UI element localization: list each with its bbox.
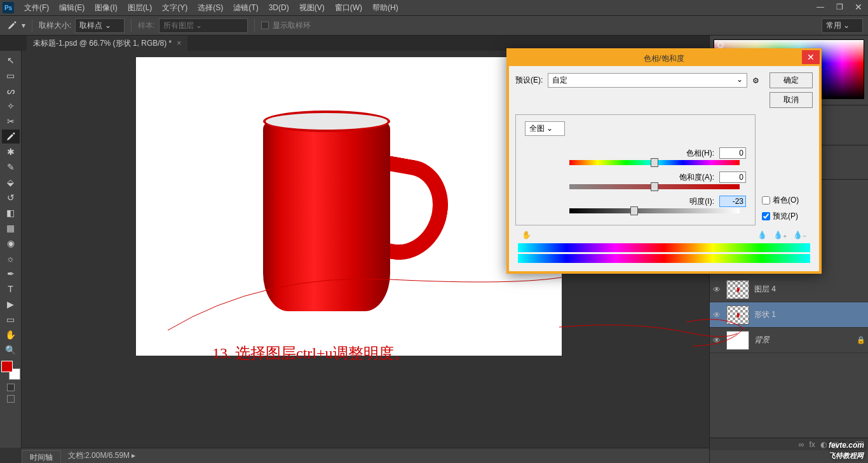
brush-tool[interactable]: ✎ <box>2 160 20 174</box>
eye-icon[interactable]: 👁 <box>712 311 721 319</box>
preset-select[interactable]: 自定⌄ <box>548 73 747 88</box>
close-icon[interactable]: × <box>177 39 181 48</box>
layer-name: 形状 1 <box>754 309 776 320</box>
saturation-input[interactable] <box>719 171 746 183</box>
preview-checkbox[interactable]: 预览(P) <box>762 211 813 222</box>
sample-select[interactable]: 所有图层 ⌄ <box>159 18 248 33</box>
lightness-label: 明度(I): <box>638 196 714 207</box>
document-tab-title: 未标题-1.psd @ 66.7% (形状 1, RGB/8) * <box>33 38 172 49</box>
crop-tool[interactable]: ✂ <box>2 114 20 128</box>
lasso-tool[interactable]: ᔕ <box>2 84 20 98</box>
menu-help[interactable]: 帮助(H) <box>367 3 403 13</box>
document-canvas[interactable]: 13. 选择图层ctrl+u调整明度。 <box>136 57 562 356</box>
workspace-select[interactable]: 常用 ⌄ <box>822 18 863 33</box>
gear-icon[interactable]: ⚙ <box>752 76 759 85</box>
hand-tool[interactable]: ✋ <box>2 328 20 342</box>
hue-label: 色相(H): <box>638 148 714 159</box>
hue-slider[interactable] <box>569 160 740 165</box>
type-tool[interactable]: T <box>2 282 20 296</box>
document-tab[interactable]: 未标题-1.psd @ 66.7% (形状 1, RGB/8) * × <box>27 36 187 51</box>
sample-size-select[interactable]: 取样点 ⌄ <box>75 18 124 33</box>
layer-row[interactable]: 👁 ◗ 图层 4 <box>710 277 868 302</box>
hue-range-strip <box>515 243 813 263</box>
hue-saturation-dialog: 色相/饱和度 ✕ 预设(E): 自定⌄ ⚙ 确定 取消 全图 ⌄ 色相(H): <box>506 48 822 274</box>
lock-icon: 🔒 <box>857 336 865 344</box>
link-icon[interactable]: ∞ <box>799 440 804 449</box>
eyedropper-tool[interactable] <box>2 130 20 144</box>
layer-thumb <box>726 331 749 350</box>
tutorial-annotation: 13. 选择图层ctrl+u调整明度。 <box>212 343 409 363</box>
menu-edit[interactable]: 编辑(E) <box>54 3 90 13</box>
history-brush-tool[interactable]: ↺ <box>2 191 20 205</box>
window-minimize[interactable]: — <box>811 0 830 14</box>
stamp-tool[interactable]: ⬙ <box>2 175 20 189</box>
lightness-slider[interactable] <box>569 208 740 213</box>
blur-tool[interactable]: ◉ <box>2 236 20 250</box>
dialog-titlebar[interactable]: 色相/饱和度 ✕ <box>509 51 819 66</box>
menu-file[interactable]: 文件(F) <box>19 3 54 13</box>
color-swatches[interactable] <box>1 361 20 380</box>
menu-view[interactable]: 视图(V) <box>294 3 330 13</box>
ok-button[interactable]: 确定 <box>770 72 813 88</box>
menu-3d[interactable]: 3D(D) <box>264 3 294 12</box>
mug-artwork <box>263 121 390 311</box>
timeline-tab[interactable]: 时间轴 <box>22 450 61 463</box>
layer-name: 图层 4 <box>754 284 776 295</box>
layer-thumb: ◗ <box>726 280 749 299</box>
doc-size-label: 文档: <box>68 451 85 460</box>
pen-tool[interactable]: ✒ <box>2 267 20 281</box>
tools-panel: ↖ ▭ ᔕ ✧ ✂ ✱ ✎ ⬙ ↺ ◧ ▦ ◉ ☼ ✒ T ▶ ▭ ✋ 🔍 <box>0 51 22 448</box>
menu-bar: Ps 文件(F) 编辑(E) 图像(I) 图层(L) 文字(Y) 选择(S) 滤… <box>0 0 868 15</box>
move-tool[interactable]: ↖ <box>2 53 20 67</box>
menu-select[interactable]: 选择(S) <box>193 3 228 13</box>
menu-type[interactable]: 文字(Y) <box>157 3 193 13</box>
window-close[interactable]: ✕ <box>849 0 868 14</box>
gradient-tool[interactable]: ▦ <box>2 221 20 235</box>
options-bar: ▾ 取样大小: 取样点 ⌄ 样本: 所有图层 ⌄ 显示取样环 常用 ⌄ <box>0 15 868 36</box>
eraser-tool[interactable]: ◧ <box>2 206 20 220</box>
screenmode-icon[interactable] <box>7 395 15 403</box>
saturation-slider[interactable] <box>569 184 740 189</box>
menu-window[interactable]: 窗口(W) <box>330 3 367 13</box>
quickmask-icon[interactable] <box>7 384 15 391</box>
zoom-tool[interactable]: 🔍 <box>2 343 20 357</box>
eye-icon[interactable]: 👁 <box>712 336 721 345</box>
lightness-input[interactable] <box>719 196 746 207</box>
watermark: fevte.com 飞特教程网 <box>829 438 864 460</box>
scope-select[interactable]: 全图 ⌄ <box>525 121 565 136</box>
show-ring-checkbox[interactable] <box>261 22 269 29</box>
saturation-label: 饱和度(A): <box>638 172 714 183</box>
hand-icon[interactable]: ✋ <box>522 231 531 239</box>
menu-layer[interactable]: 图层(L) <box>123 3 158 13</box>
eyedropper-minus-icon[interactable]: 💧₋ <box>793 231 806 239</box>
dodge-tool[interactable]: ☼ <box>2 252 20 265</box>
marquee-tool[interactable]: ▭ <box>2 69 20 83</box>
hue-input[interactable] <box>719 147 746 159</box>
foreground-color[interactable] <box>1 361 13 372</box>
dialog-title: 色相/饱和度 <box>644 53 684 64</box>
cancel-button[interactable]: 取消 <box>770 92 813 108</box>
dialog-close-button[interactable]: ✕ <box>802 50 820 64</box>
preset-label: 预设(E): <box>515 75 543 86</box>
layer-row[interactable]: 👁 背景 🔒 <box>710 328 868 353</box>
show-ring-label: 显示取样环 <box>273 20 311 31</box>
layer-name: 背景 <box>754 335 770 346</box>
shape-tool[interactable]: ▭ <box>2 312 20 326</box>
eye-icon[interactable]: 👁 <box>712 285 721 294</box>
eyedropper-plus-icon[interactable]: 💧₊ <box>773 231 787 239</box>
status-bar: 66.67% 文档:2.00M/6.59M ▸ <box>22 448 709 463</box>
layers-panel: 👁 ◗ 图层 4 👁 ◗ 形状 1 👁 背景 🔒 ∞ fx ◐ ▣ □ ⌫ <box>710 277 868 450</box>
magic-wand-tool[interactable]: ✧ <box>2 99 20 113</box>
mask-icon[interactable]: ◐ <box>820 440 827 449</box>
sample-size-label: 取样大小: <box>39 20 71 31</box>
eyedropper-icon <box>6 20 18 31</box>
colorize-checkbox[interactable]: 着色(O) <box>762 195 813 206</box>
fx-icon[interactable]: fx <box>809 440 815 449</box>
window-maximize[interactable]: ❐ <box>830 0 849 14</box>
spot-heal-tool[interactable]: ✱ <box>2 145 20 159</box>
menu-filter[interactable]: 滤镜(T) <box>228 3 263 13</box>
menu-image[interactable]: 图像(I) <box>90 3 122 13</box>
layer-row[interactable]: 👁 ◗ 形状 1 <box>710 302 868 328</box>
eyedropper-icon[interactable]: 💧 <box>757 231 767 239</box>
path-select-tool[interactable]: ▶ <box>2 297 20 311</box>
